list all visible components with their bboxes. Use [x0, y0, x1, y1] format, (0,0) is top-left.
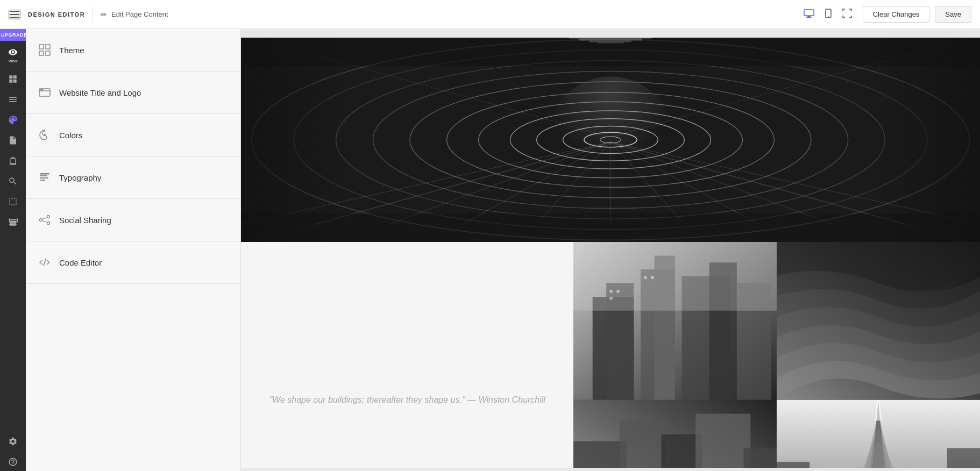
svg-rect-73: [644, 276, 647, 279]
photo-cell-4: [777, 400, 980, 468]
svg-rect-95: [777, 462, 809, 468]
edit-page-label: Edit Page Content: [111, 10, 168, 18]
main-layout: Upgrade View: [0, 29, 980, 471]
rail-item-table[interactable]: [0, 211, 26, 231]
gear-icon: [8, 437, 18, 446]
sidebar-item-social-sharing[interactable]: Social Sharing: [26, 199, 240, 241]
pencil-icon: ✏: [101, 10, 107, 19]
rail-item-view[interactable]: View: [0, 41, 26, 68]
website-title-logo-label: Website Title and Logo: [59, 88, 141, 97]
bag-icon: [8, 156, 18, 166]
rail-view-label: View: [8, 59, 17, 63]
list-icon: [8, 95, 18, 104]
svg-point-56: [547, 76, 674, 203]
rail-item-design[interactable]: [0, 109, 26, 129]
header: DESIGN EDITOR ✏ Edit Page Content Clear …: [0, 0, 980, 29]
hero-section: [241, 38, 980, 242]
svg-rect-59: [241, 38, 980, 66]
svg-rect-57: [241, 38, 346, 242]
svg-rect-60: [241, 213, 980, 242]
photo-cell-1: [573, 242, 777, 400]
svg-line-22: [42, 221, 47, 223]
paint-icon: [8, 115, 18, 125]
building-image-1: [573, 242, 777, 400]
question-icon: [8, 457, 18, 467]
svg-rect-58: [875, 38, 980, 242]
rail-item-elements[interactable]: [0, 88, 26, 109]
fullscreen-button[interactable]: [840, 6, 854, 23]
rail-item-content[interactable]: [0, 129, 26, 149]
svg-point-11: [40, 89, 41, 90]
svg-rect-0: [804, 10, 814, 16]
svg-rect-74: [651, 276, 654, 279]
sidebar-item-theme[interactable]: Theme: [26, 29, 240, 72]
svg-rect-6: [46, 45, 50, 49]
quote-text: "We shape our buildings; thereafter they…: [269, 393, 545, 407]
save-button[interactable]: Save: [935, 6, 971, 23]
svg-rect-16: [40, 177, 48, 179]
app-title: DESIGN EDITOR: [28, 11, 85, 18]
svg-rect-5: [39, 45, 44, 49]
svg-point-4: [828, 16, 829, 17]
svg-rect-8: [46, 51, 50, 55]
upgrade-badge[interactable]: Upgrade: [0, 29, 26, 41]
typography-label: Typography: [59, 173, 101, 182]
icon-rail: Upgrade View: [0, 29, 26, 471]
svg-point-19: [40, 219, 42, 222]
code-editor-label: Code Editor: [59, 258, 102, 267]
svg-rect-77: [573, 441, 627, 468]
rail-item-help[interactable]: [0, 451, 26, 471]
eye-icon: [8, 47, 18, 57]
quote-section: "We shape our buildings; thereafter they…: [241, 242, 573, 468]
sidebar-panel: Theme Website Title and Logo Colors Typo…: [26, 29, 241, 471]
svg-rect-17: [40, 180, 45, 181]
svg-rect-70: [610, 290, 613, 292]
building-image-4: [777, 400, 980, 468]
social-sharing-icon: [39, 214, 51, 226]
mobile-view-button[interactable]: [823, 6, 834, 23]
canvas-area: "We shape our buildings; thereafter they…: [241, 29, 980, 471]
sidebar-item-code-editor[interactable]: Code Editor: [26, 241, 240, 284]
sidebar-item-colors[interactable]: Colors: [26, 114, 240, 156]
menu-button[interactable]: [9, 10, 20, 19]
rail-item-settings[interactable]: [0, 430, 26, 451]
desktop-view-button[interactable]: [801, 7, 816, 22]
theme-label: Theme: [59, 46, 84, 55]
header-divider: [93, 6, 93, 23]
svg-rect-81: [744, 448, 777, 468]
rail-item-pages[interactable]: [0, 68, 26, 88]
rail-item-commerce[interactable]: [0, 149, 26, 170]
rail-item-blog[interactable]: [0, 190, 26, 211]
header-left: DESIGN EDITOR ✏ Edit Page Content: [9, 6, 793, 23]
social-sharing-label: Social Sharing: [59, 216, 111, 225]
svg-line-21: [42, 218, 47, 219]
sidebar-item-website-title-logo[interactable]: Website Title and Logo: [26, 72, 240, 114]
tunnel-image: [241, 38, 980, 242]
svg-rect-7: [39, 51, 44, 55]
svg-rect-71: [617, 290, 620, 292]
sidebar-item-typography[interactable]: Typography: [26, 156, 240, 199]
header-right: Clear Changes Save: [863, 6, 971, 23]
edit-page-button[interactable]: ✏ Edit Page Content: [101, 10, 168, 19]
svg-point-18: [47, 216, 50, 218]
svg-rect-96: [947, 448, 980, 468]
svg-point-13: [44, 134, 46, 136]
rail-item-search[interactable]: [0, 170, 26, 190]
svg-rect-15: [40, 175, 47, 176]
building-image-3: [573, 400, 777, 468]
svg-rect-69: [573, 242, 777, 311]
canvas-inner: "We shape our buildings; thereafter they…: [241, 38, 980, 468]
document-icon: [8, 135, 18, 145]
building-image-2: [777, 242, 980, 400]
clear-changes-button[interactable]: Clear Changes: [863, 6, 930, 23]
theme-icon: [39, 44, 51, 56]
website-title-logo-icon: [39, 87, 51, 98]
view-icons: [801, 6, 854, 23]
blog-icon: [8, 197, 18, 206]
typography-icon: [39, 172, 51, 183]
search-icon: [8, 176, 18, 186]
lower-section: "We shape our buildings; thereafter they…: [241, 242, 980, 468]
svg-point-20: [47, 222, 50, 225]
photo-cell-3: [573, 400, 777, 468]
svg-rect-72: [610, 297, 613, 299]
